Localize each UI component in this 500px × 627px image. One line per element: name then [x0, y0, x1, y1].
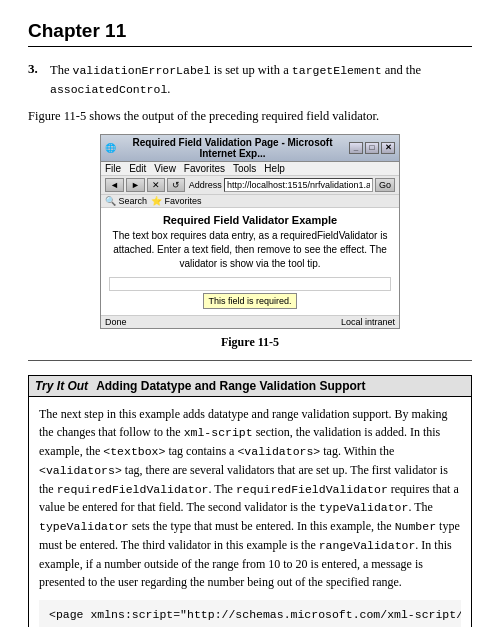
menu-view[interactable]: View — [154, 163, 176, 174]
code-content: <page xmlns:script="http://schemas.micro… — [49, 608, 461, 627]
close-button[interactable]: ✕ — [381, 142, 395, 154]
validators-code2: <validators> — [39, 464, 122, 477]
minimize-button[interactable]: _ — [349, 142, 363, 154]
refresh-button[interactable]: ↺ — [167, 178, 185, 192]
browser-controls: _ □ ✕ — [349, 142, 395, 154]
address-label: Address — [189, 180, 222, 190]
go-button[interactable]: Go — [375, 178, 395, 192]
address-input[interactable] — [224, 178, 373, 192]
code-block: <page xmlns:script="http://schemas.micro… — [39, 600, 461, 627]
menu-edit[interactable]: Edit — [129, 163, 146, 174]
browser-title: Required Field Validation Page - Microso… — [116, 137, 349, 159]
browser-menubar: File Edit View Favorites Tools Help — [101, 162, 399, 176]
try-it-out-description: The next step in this example adds datat… — [39, 405, 461, 592]
nav-buttons: ◄ ► ✕ ↺ — [105, 178, 185, 192]
back-button[interactable]: ◄ — [105, 178, 124, 192]
figure-area: 🌐 Required Field Validation Page - Micro… — [28, 134, 472, 361]
text-input-area[interactable] — [109, 277, 391, 291]
browser-page-title: Required Field Validator Example — [109, 214, 391, 226]
chapter-header: Chapter 11 — [28, 20, 472, 47]
type-validator-code2: typeValidator — [39, 520, 129, 533]
menu-favorites[interactable]: Favorites — [184, 163, 225, 174]
step-3-text: The validationErrorLabel is set up with … — [50, 61, 472, 99]
status-zone: Local intranet — [341, 317, 395, 327]
xml-script-code: xml-script — [184, 426, 253, 439]
browser-titlebar: 🌐 Required Field Validation Page - Micro… — [101, 135, 399, 162]
chapter-title: Chapter 11 — [28, 20, 126, 42]
try-it-out-label: Try It Out — [35, 379, 88, 393]
maximize-button[interactable]: □ — [365, 142, 379, 154]
validation-error-label-code: validationErrorLabel — [73, 64, 211, 77]
browser-window: 🌐 Required Field Validation Page - Micro… — [100, 134, 400, 329]
try-it-out-header: Try It Out Adding Datatype and Range Val… — [29, 376, 471, 397]
forward-button[interactable]: ► — [126, 178, 145, 192]
browser-toolbar: ◄ ► ✕ ↺ Address Go — [101, 176, 399, 195]
try-it-out-title: Adding Datatype and Range Validation Sup… — [96, 379, 365, 393]
range-validator-code: rangeValidator — [319, 539, 416, 552]
step-3-block: 3. The validationErrorLabel is set up wi… — [28, 61, 472, 99]
tooltip-popup: This field is required. — [203, 293, 296, 309]
browser-links-bar: 🔍 Search ⭐ Favorites — [101, 195, 399, 208]
try-it-out-box: Try It Out Adding Datatype and Range Val… — [28, 375, 472, 628]
figure-caption: Figure 11-5 — [28, 335, 472, 350]
associated-control-code: associatedControl — [50, 83, 167, 96]
menu-tools[interactable]: Tools — [233, 163, 256, 174]
search-link[interactable]: 🔍 Search — [105, 196, 147, 206]
rqf-validator-code: requiredFieldValidator — [57, 483, 209, 496]
stop-button[interactable]: ✕ — [147, 178, 165, 192]
rqf-validator-code2: requiredFieldValidator — [236, 483, 388, 496]
figure-divider — [28, 360, 472, 361]
status-done: Done — [105, 317, 127, 327]
browser-statusbar: Done Local intranet — [101, 315, 399, 328]
browser-content: Required Field Validator Example The tex… — [101, 208, 399, 315]
target-element-code: targetElement — [292, 64, 382, 77]
address-bar: Address Go — [189, 178, 395, 192]
menu-file[interactable]: File — [105, 163, 121, 174]
type-validator-code: typeValidator — [319, 501, 409, 514]
textbox-code: <textbox> — [103, 445, 165, 458]
menu-help[interactable]: Help — [264, 163, 285, 174]
figure-intro-text: Figure 11-5 shows the output of the prec… — [28, 109, 472, 124]
validators-code: <validators> — [237, 445, 320, 458]
page-container: Chapter 11 3. The validationErrorLabel i… — [0, 0, 500, 627]
browser-page-body: The text box requires data entry, as a r… — [109, 229, 391, 271]
step-number-3: 3. — [28, 61, 42, 77]
try-it-out-body: The next step in this example adds datat… — [29, 397, 471, 628]
figure-label: Figure 11-5 — [221, 335, 279, 349]
browser-page-icon: 🌐 — [105, 143, 116, 153]
number-code: Number — [395, 520, 436, 533]
favorites-link[interactable]: ⭐ Favorites — [151, 196, 202, 206]
